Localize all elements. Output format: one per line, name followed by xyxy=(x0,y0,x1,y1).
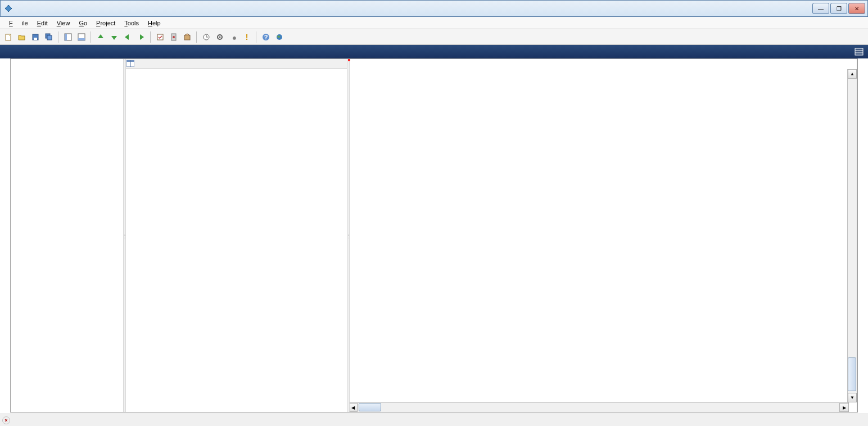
nav-tree-panel xyxy=(11,59,124,412)
saveall-icon[interactable] xyxy=(43,31,55,43)
scroll-right-icon[interactable]: ▶ xyxy=(839,403,849,412)
menu-tools[interactable]: Tools xyxy=(120,19,143,28)
package-icon[interactable] xyxy=(181,31,193,43)
svg-rect-5 xyxy=(47,35,52,40)
fwd-icon[interactable] xyxy=(135,31,147,43)
save-icon[interactable] xyxy=(29,31,42,43)
svg-rect-13 xyxy=(184,35,190,40)
svg-rect-9 xyxy=(78,38,85,40)
build-icon[interactable] xyxy=(168,31,180,43)
panel1-icon[interactable] xyxy=(62,31,74,43)
svg-marker-0 xyxy=(5,5,12,12)
up-icon[interactable] xyxy=(94,31,107,43)
banner xyxy=(0,45,868,58)
table-icon xyxy=(126,60,135,68)
vscroll-thumb[interactable] xyxy=(848,357,856,391)
close-button[interactable]: ✕ xyxy=(848,3,865,14)
svg-rect-3 xyxy=(34,38,37,40)
tables-panel xyxy=(124,59,348,412)
work-area: ▲ ▼ ◀ ▶ xyxy=(10,58,858,413)
svg-point-16 xyxy=(219,36,221,38)
tables-header xyxy=(124,59,347,69)
help-icon[interactable]: ? xyxy=(260,31,272,43)
wrench-icon[interactable] xyxy=(227,31,239,43)
grid-panel: ▲ ▼ ◀ ▶ xyxy=(348,59,857,412)
menu-go[interactable]: Go xyxy=(74,19,92,28)
menu-view[interactable]: View xyxy=(52,19,75,28)
panel2-icon[interactable] xyxy=(75,31,88,43)
warn-icon[interactable]: ! xyxy=(241,31,253,43)
svg-text:?: ? xyxy=(264,34,268,40)
splitter-mid[interactable] xyxy=(347,59,350,412)
clock-icon[interactable] xyxy=(200,31,213,43)
toolbar: ! ? xyxy=(0,29,868,45)
status-bar: × xyxy=(0,414,868,426)
gear-icon[interactable] xyxy=(214,31,226,43)
back-icon[interactable] xyxy=(121,31,134,43)
splitter-left[interactable] xyxy=(123,59,126,412)
svg-rect-20 xyxy=(855,48,863,55)
menu-help[interactable]: Help xyxy=(143,19,165,28)
menu-bar: File Edit View Go Project Tools Help xyxy=(0,17,868,29)
menu-edit[interactable]: Edit xyxy=(33,19,52,28)
scroll-down-icon[interactable]: ▼ xyxy=(848,393,857,402)
hscroll-thumb[interactable] xyxy=(359,403,381,411)
validate-icon[interactable] xyxy=(154,31,166,43)
scroll-up-icon[interactable]: ▲ xyxy=(848,69,857,79)
new-icon[interactable] xyxy=(2,31,15,43)
menu-project[interactable]: Project xyxy=(92,19,120,28)
banner-icon xyxy=(855,48,864,56)
svg-point-12 xyxy=(173,36,175,38)
down-icon[interactable] xyxy=(108,31,120,43)
menu-file[interactable]: File xyxy=(4,19,33,28)
status-close-icon[interactable]: × xyxy=(2,416,10,424)
hscroll[interactable]: ◀ ▶ xyxy=(348,402,849,412)
globe-icon[interactable] xyxy=(273,31,286,43)
title-bar: — ❐ ✕ xyxy=(0,0,868,17)
open-icon[interactable] xyxy=(16,31,28,43)
vscroll[interactable]: ▲ ▼ xyxy=(847,69,857,402)
app-icon xyxy=(4,4,13,13)
maximize-button[interactable]: ❐ xyxy=(830,3,847,14)
minimize-button[interactable]: — xyxy=(812,3,829,14)
svg-rect-7 xyxy=(65,34,67,40)
